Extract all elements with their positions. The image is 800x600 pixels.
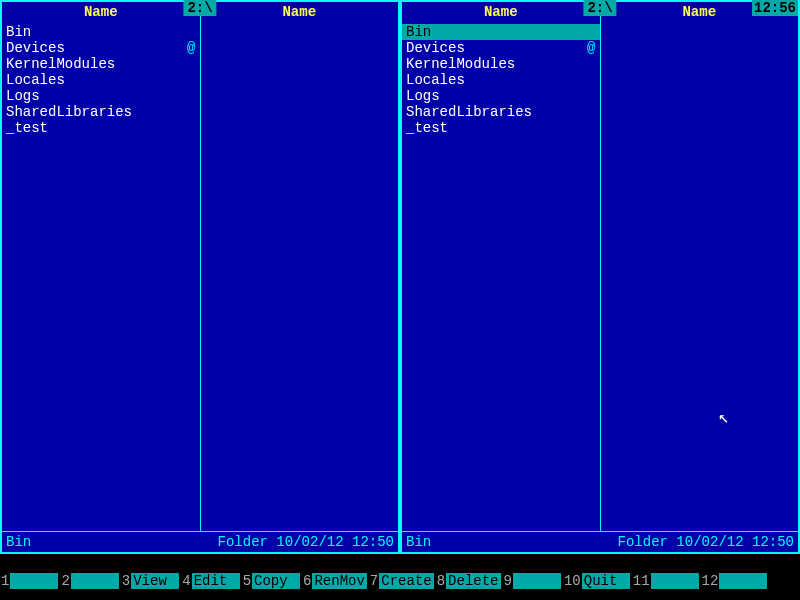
file-row[interactable]: KernelModules: [402, 56, 600, 72]
fkey-label: Create: [379, 573, 433, 589]
file-row[interactable]: Logs: [2, 88, 200, 104]
file-name: _test: [6, 120, 48, 136]
right-file-list-2[interactable]: [601, 24, 799, 531]
column-header: Name: [2, 2, 200, 24]
file-mark: @: [187, 40, 195, 56]
file-name: SharedLibraries: [406, 104, 532, 120]
status-info: Folder 10/02/12 12:50: [218, 534, 394, 550]
file-row[interactable]: Locales: [2, 72, 200, 88]
right-col-1: Name: [601, 2, 799, 531]
fkey-number: 4: [181, 573, 191, 589]
fkey-number: 10: [563, 573, 582, 589]
right-col-0: Name BinDevices@KernelModulesLocalesLogs…: [402, 2, 601, 531]
file-row[interactable]: Bin: [2, 24, 200, 40]
fkey-1[interactable]: 1: [0, 573, 58, 589]
file-row[interactable]: Bin: [402, 24, 600, 40]
fkey-number: 2: [60, 573, 70, 589]
file-row[interactable]: SharedLibraries: [2, 104, 200, 120]
file-name: Logs: [406, 88, 440, 104]
fkey-label: Edit: [192, 573, 240, 589]
fkey-number: 12: [701, 573, 720, 589]
right-status-bar: Bin Folder 10/02/12 12:50: [402, 531, 798, 552]
fkey-10[interactable]: 10Quit: [563, 573, 630, 589]
file-row[interactable]: Logs: [402, 88, 600, 104]
file-row[interactable]: KernelModules: [2, 56, 200, 72]
file-name: Logs: [6, 88, 40, 104]
fkey-label: [513, 573, 561, 589]
left-panel-path: 2:\: [183, 0, 216, 16]
fkey-number: 1: [0, 573, 10, 589]
left-col-1: Name: [201, 2, 399, 531]
fkey-number: 7: [369, 573, 379, 589]
file-name: KernelModules: [6, 56, 115, 72]
command-line[interactable]: [0, 554, 800, 572]
fkey-11[interactable]: 11: [632, 573, 699, 589]
file-row[interactable]: Devices@: [402, 40, 600, 56]
column-header: Name: [402, 2, 600, 24]
fkey-12[interactable]: 12: [701, 573, 768, 589]
fkey-label: [651, 573, 699, 589]
fkey-number: 5: [242, 573, 252, 589]
file-name: Locales: [6, 72, 65, 88]
file-row[interactable]: SharedLibraries: [402, 104, 600, 120]
file-name: Devices: [6, 40, 65, 56]
left-panel: 2:\ Name BinDevices@KernelModulesLocales…: [0, 0, 400, 554]
file-name: SharedLibraries: [6, 104, 132, 120]
fkey-3[interactable]: 3View: [121, 573, 179, 589]
right-columns: Name BinDevices@KernelModulesLocalesLogs…: [402, 2, 798, 531]
fkey-label: [10, 573, 58, 589]
fkey-label: View: [131, 573, 179, 589]
fkey-number: 8: [436, 573, 446, 589]
fkey-label: [71, 573, 119, 589]
status-info: Folder 10/02/12 12:50: [618, 534, 794, 550]
file-row[interactable]: _test: [2, 120, 200, 136]
file-name: Devices: [406, 40, 465, 56]
fkey-label: Quit: [582, 573, 630, 589]
function-key-bar: 123View4Edit5Copy6RenMov7Create8Delete91…: [0, 572, 800, 590]
file-row[interactable]: Locales: [402, 72, 600, 88]
status-name: Bin: [6, 534, 31, 550]
fkey-label: RenMov: [312, 573, 366, 589]
fkey-number: 6: [302, 573, 312, 589]
fkey-6[interactable]: 6RenMov: [302, 573, 367, 589]
right-panel: 2:\ Name BinDevices@KernelModulesLocales…: [400, 0, 800, 554]
left-columns: Name BinDevices@KernelModulesLocalesLogs…: [2, 2, 398, 531]
right-panel-path: 2:\: [583, 0, 616, 16]
fkey-8[interactable]: 8Delete: [436, 573, 501, 589]
fkey-9[interactable]: 9: [503, 573, 561, 589]
panels-container: 2:\ Name BinDevices@KernelModulesLocales…: [0, 0, 800, 554]
fkey-5[interactable]: 5Copy: [242, 573, 300, 589]
fkey-2[interactable]: 2: [60, 573, 118, 589]
left-file-list[interactable]: BinDevices@KernelModulesLocalesLogsShare…: [2, 24, 200, 531]
status-name: Bin: [406, 534, 431, 550]
file-row[interactable]: Devices@: [2, 40, 200, 56]
left-file-list-2[interactable]: [201, 24, 399, 531]
left-col-0: Name BinDevices@KernelModulesLocalesLogs…: [2, 2, 201, 531]
file-name: Bin: [6, 24, 31, 40]
fkey-label: Copy: [252, 573, 300, 589]
file-name: _test: [406, 120, 448, 136]
left-status-bar: Bin Folder 10/02/12 12:50: [2, 531, 398, 552]
fkey-7[interactable]: 7Create: [369, 573, 434, 589]
fkey-number: 9: [503, 573, 513, 589]
fkey-number: 3: [121, 573, 131, 589]
file-name: Locales: [406, 72, 465, 88]
right-file-list[interactable]: BinDevices@KernelModulesLocalesLogsShare…: [402, 24, 600, 531]
fkey-label: Delete: [446, 573, 500, 589]
file-mark: @: [587, 40, 595, 56]
file-row[interactable]: _test: [402, 120, 600, 136]
fkey-label: [719, 573, 767, 589]
fkey-number: 11: [632, 573, 651, 589]
file-name: KernelModules: [406, 56, 515, 72]
column-header: Name: [201, 2, 399, 24]
clock: 12:56: [752, 0, 798, 16]
file-name: Bin: [406, 24, 431, 40]
fkey-4[interactable]: 4Edit: [181, 573, 239, 589]
